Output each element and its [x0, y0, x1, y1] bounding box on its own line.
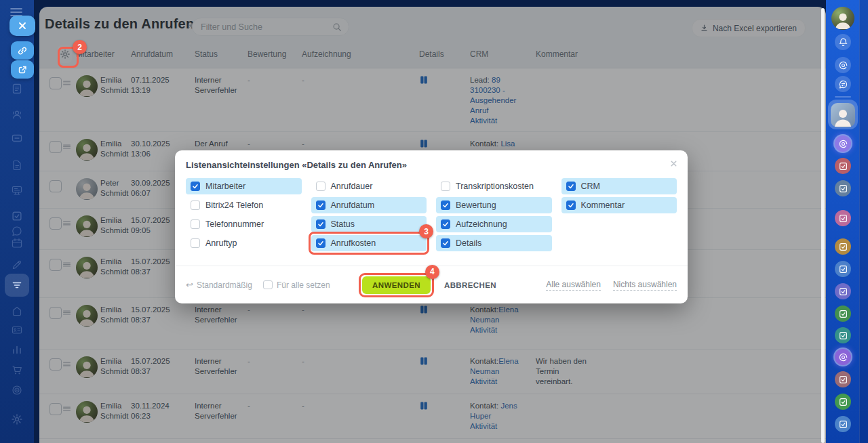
column-toggle-crm[interactable]: CRM: [561, 178, 677, 194]
copy-link-button[interactable]: [11, 41, 34, 60]
task-chat-icon[interactable]: [835, 416, 851, 432]
column-toggle-label: Bitrix24 Telefon: [205, 201, 263, 210]
sidebar-shop-icon[interactable]: [11, 364, 23, 376]
select-all-link[interactable]: Alle auswählen: [546, 280, 601, 291]
column-toggle-label: Kommentar: [581, 201, 625, 210]
column-toggle-anrufdatum[interactable]: Anrufdatum: [311, 197, 427, 213]
sidebar-filter-icon[interactable]: [11, 279, 23, 291]
settings-column: CRMKommentar: [561, 178, 677, 251]
column-toggle-aufzeichnung[interactable]: Aufzeichnung: [436, 216, 552, 232]
sidebar-people-icon[interactable]: [11, 108, 23, 121]
checkbox-anrufdatum[interactable]: [316, 201, 326, 210]
column-toggle-label: Telefonnummer: [205, 219, 264, 229]
sidebar-document-icon[interactable]: [11, 83, 23, 95]
column-toggle-label: Bewertung: [456, 201, 496, 210]
checkbox-crm[interactable]: [566, 182, 576, 191]
column-toggle-label: CRM: [581, 182, 600, 191]
sidebar-calendar-icon[interactable]: [11, 237, 23, 249]
sidebar-workspace-icon[interactable]: [11, 305, 23, 317]
copilot-icon[interactable]: [835, 57, 851, 73]
column-toggle-label: Anrufdatum: [331, 201, 375, 210]
reset-default-button[interactable]: ↩ Standardmäßig: [186, 280, 252, 290]
tutorial-step-4-highlight: [359, 273, 434, 297]
column-toggle-bewertung[interactable]: Bewertung: [436, 197, 552, 213]
sidebar-file-icon[interactable]: [11, 159, 23, 171]
close-icon[interactable]: [667, 157, 679, 169]
profile-avatar[interactable]: [831, 7, 854, 30]
checkbox-bitrix24-telefon[interactable]: [191, 201, 200, 210]
column-toggle-kommentar[interactable]: Kommentar: [561, 197, 677, 213]
list-view-settings-modal: Listenansichteinstellungen «Details zu d…: [175, 150, 688, 303]
notifications-bell-icon[interactable]: [835, 34, 851, 50]
task-chat-icon[interactable]: [835, 158, 851, 174]
task-chat-icon[interactable]: [835, 283, 851, 299]
close-panel-button[interactable]: [9, 16, 35, 36]
column-toggle-details[interactable]: Details: [436, 235, 552, 251]
set-for-all-box[interactable]: [263, 280, 273, 289]
sidebar-storage-icon[interactable]: [11, 132, 23, 144]
checkbox-details[interactable]: [441, 238, 450, 248]
task-chat-icon[interactable]: [835, 238, 851, 255]
settings-column: TranskriptionskostenBewertungAufzeichnun…: [436, 178, 552, 251]
tutorial-step-3-highlight: [309, 232, 430, 255]
task-chat-icon[interactable]: [835, 394, 851, 410]
checkbox-mitarbeiter[interactable]: [191, 182, 200, 191]
checkbox-kommentar[interactable]: [566, 201, 576, 210]
modal-title: Listenansichteinstellungen «Details zu d…: [186, 160, 677, 170]
sidebar-chat-icon[interactable]: [11, 225, 23, 237]
checkbox-bewertung[interactable]: [441, 201, 450, 210]
sidebar-contact-card-icon[interactable]: [11, 324, 23, 336]
right-sidebar: [826, 0, 868, 443]
column-toggle-label: Details: [456, 238, 481, 248]
copilot-chat-icon[interactable]: [835, 135, 851, 152]
select-none-link[interactable]: Nichts auswählen: [613, 280, 677, 291]
column-toggle-label: Transkriptionskosten: [456, 182, 534, 191]
modal-footer: ↩ Standardmäßig Für alle setzen ANWENDEN…: [186, 266, 677, 303]
task-chat-icon[interactable]: [835, 305, 851, 322]
sidebar-divider: [835, 96, 851, 98]
task-chat-icon[interactable]: [835, 180, 851, 196]
column-toggle-label: Mitarbeiter: [205, 182, 245, 191]
column-toggle-telefonnummer[interactable]: Telefonnummer: [186, 216, 302, 232]
checkbox-status[interactable]: [316, 219, 326, 229]
sidebar-tasks-icon[interactable]: [11, 210, 23, 222]
task-chat-icon[interactable]: [835, 210, 851, 226]
tutorial-step-2-highlight: 2: [58, 47, 79, 68]
column-toggle-anruftyp[interactable]: Anruftyp: [186, 235, 302, 251]
checkbox-anrufdauer[interactable]: [316, 182, 326, 191]
column-toggle-label: Anrufdauer: [331, 182, 373, 191]
scrollbar[interactable]: [821, 8, 825, 443]
open-new-window-button[interactable]: [11, 60, 34, 79]
checkbox-telefonnummer[interactable]: [191, 219, 200, 229]
column-toggle-label: Anruftyp: [205, 238, 237, 248]
checkbox-transkriptionskosten[interactable]: [441, 182, 450, 191]
sidebar-settings-icon[interactable]: [11, 413, 23, 425]
copilot-chat-icon[interactable]: [835, 349, 851, 365]
settings-column: MitarbeiterBitrix24 TelefonTelefonnummer…: [186, 178, 302, 251]
column-toggle-mitarbeiter[interactable]: Mitarbeiter: [186, 178, 302, 194]
task-chat-icon[interactable]: [835, 371, 851, 387]
column-toggle-label: Aufzeichnung: [456, 219, 507, 229]
step-3-badge: 3: [419, 224, 433, 238]
step-4-badge: 4: [425, 265, 439, 279]
reset-default-label: Standardmäßig: [197, 280, 252, 290]
column-toggle-anrufdauer[interactable]: Anrufdauer: [311, 178, 427, 194]
sidebar-analytics-icon[interactable]: [11, 343, 23, 356]
messenger-sync-icon[interactable]: [835, 76, 851, 92]
column-toggle-status[interactable]: Status: [311, 216, 427, 232]
column-toggle-transkriptionskosten[interactable]: Transkriptionskosten: [436, 178, 552, 194]
step-2-badge: 2: [73, 40, 87, 54]
column-toggle-bitrix24-telefon[interactable]: Bitrix24 Telefon: [186, 197, 302, 213]
set-for-all-checkbox[interactable]: Für alle setzen: [263, 280, 330, 290]
sidebar-target-icon[interactable]: [11, 384, 23, 396]
sidebar-edit-icon[interactable]: [11, 259, 23, 271]
reset-icon: ↩: [186, 280, 193, 289]
sidebar-board-icon[interactable]: [11, 184, 23, 196]
chat-avatar[interactable]: [831, 103, 855, 127]
task-chat-icon[interactable]: [835, 261, 851, 277]
checkbox-anruftyp[interactable]: [191, 238, 200, 248]
checkbox-aufzeichnung[interactable]: [441, 219, 450, 229]
set-for-all-label: Für alle setzen: [277, 280, 330, 290]
cancel-button[interactable]: ABBRECHEN: [440, 280, 500, 290]
task-chat-icon[interactable]: [835, 327, 851, 343]
